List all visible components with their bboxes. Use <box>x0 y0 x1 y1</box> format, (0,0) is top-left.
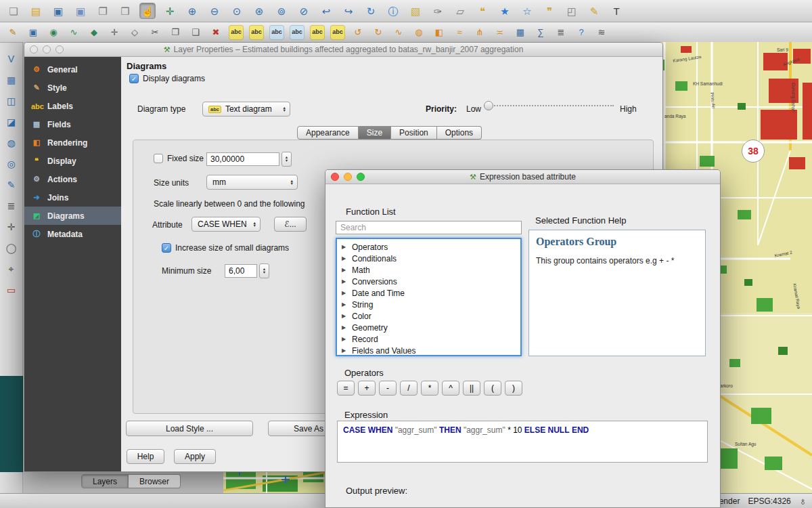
osm-layer-icon[interactable]: ◯ <box>3 240 20 256</box>
select-features-icon[interactable]: ▧ <box>407 3 424 19</box>
sidebar-item-labels[interactable]: abc Labels <box>24 97 121 115</box>
tab-layers[interactable]: Layers <box>81 474 129 488</box>
add-part-icon[interactable]: ◧ <box>432 25 447 40</box>
add-raster-layer-icon[interactable]: ▦ <box>3 72 20 88</box>
sidebar-item-joins[interactable]: ➔ Joins <box>24 188 121 207</box>
expression-titlebar[interactable]: ⚒ Expression based attribute <box>325 170 720 184</box>
label-abc-icon[interactable]: abc <box>229 25 244 40</box>
expand-arrow-icon[interactable]: ▶ <box>342 324 348 331</box>
function-group-item[interactable]: ▶ Date and Time <box>337 287 520 299</box>
sidebar-item-rendering[interactable]: ◧ Rendering <box>24 133 121 152</box>
save-project-as-icon[interactable]: ▣ <box>72 3 89 19</box>
simplify-feature-icon[interactable]: ∿ <box>391 25 406 40</box>
save-edits-icon[interactable]: ▣ <box>26 25 41 40</box>
expand-arrow-icon[interactable]: ▶ <box>342 301 348 308</box>
field-calculator-icon[interactable]: ∑ <box>533 25 548 40</box>
zoom-full-icon[interactable]: ⊛ <box>251 3 267 19</box>
zoom-button[interactable] <box>357 173 365 181</box>
operator-button[interactable]: || <box>463 381 480 396</box>
add-ring-icon[interactable]: ◍ <box>411 25 426 40</box>
fixed-size-field[interactable]: 30,00000 <box>206 152 279 166</box>
expression-editor[interactable]: CASE WHEN "aggr_sum" THEN "aggr_sum" * 1… <box>337 421 708 463</box>
open-project-icon[interactable]: ▤ <box>28 3 44 19</box>
minimize-button[interactable] <box>43 45 51 54</box>
label-abc-rotate-icon[interactable]: abc <box>290 25 304 40</box>
function-group-item[interactable]: ▶ Record <box>337 333 520 345</box>
function-group-item[interactable]: ▶ Geometry <box>337 322 520 333</box>
expression-builder-button[interactable]: ℰ... <box>274 217 307 232</box>
crs-status[interactable]: EPSG:4326 <box>748 496 790 506</box>
close-button[interactable] <box>30 45 38 54</box>
capture-line-icon[interactable]: ∿ <box>66 25 81 40</box>
increase-size-checkbox[interactable]: ✓ <box>162 243 171 253</box>
apply-button[interactable]: Apply <box>174 449 216 464</box>
ruler-icon[interactable]: ≣ <box>554 25 568 40</box>
function-group-item[interactable]: ▶ Math <box>337 264 520 276</box>
load-style-button[interactable]: Load Style ... <box>126 421 253 436</box>
new-annotation-icon[interactable]: ✎ <box>586 3 602 19</box>
add-wfs-layer-icon[interactable]: ◎ <box>3 156 20 172</box>
zoom-out-icon[interactable]: ⊖ <box>206 3 223 19</box>
new-bookmark-icon[interactable]: ★ <box>497 3 513 19</box>
move-feature-icon[interactable]: ✛ <box>107 25 122 40</box>
sidebar-item-diagrams[interactable]: ◩ Diagrams <box>24 207 121 225</box>
map-tips-icon[interactable]: ❝ <box>474 3 491 19</box>
expand-arrow-icon[interactable]: ▶ <box>342 313 348 319</box>
delete-selected-icon[interactable]: ✖ <box>208 25 223 40</box>
layer-properties-titlebar[interactable]: ⚒ Layer Properties – Estimated buildings… <box>24 43 662 57</box>
paste-features-icon[interactable]: ❑ <box>188 25 203 40</box>
identify-icon[interactable]: ⓘ <box>385 3 401 19</box>
function-group-item[interactable]: ▶ Conversions <box>337 276 520 287</box>
label-abc-move-icon[interactable]: abc <box>269 25 284 40</box>
overview-icon[interactable]: ◰ <box>564 3 580 19</box>
text-annotation-icon[interactable]: T <box>608 3 625 19</box>
zoom-to-selection-icon[interactable]: ⊚ <box>273 3 290 19</box>
expand-arrow-icon[interactable]: ▶ <box>342 347 348 354</box>
operator-button[interactable]: + <box>358 381 376 396</box>
add-postgis-layer-icon[interactable]: ◫ <box>3 93 20 109</box>
function-group-item[interactable]: ▶ Color <box>337 310 520 322</box>
measure-icon[interactable]: ✑ <box>430 3 446 19</box>
tab-size[interactable]: Size <box>359 126 391 140</box>
diagram-type-dropdown[interactable]: abc Text diagram ▲▼ <box>202 102 290 117</box>
function-group-item[interactable]: ▶ Conditionals <box>337 253 520 264</box>
function-list[interactable]: ▶ Operators ▶ Conditionals ▶ Math ▶ <box>336 238 522 356</box>
pan-to-selection-icon[interactable]: ✛ <box>162 3 178 19</box>
composer-manager-icon[interactable]: ❒ <box>117 3 133 19</box>
node-tool-icon[interactable]: ◇ <box>127 25 142 40</box>
label-abc-pin-icon[interactable]: abc <box>310 25 325 40</box>
expand-arrow-icon[interactable]: ▶ <box>342 267 348 273</box>
add-wms-layer-icon[interactable]: ◍ <box>3 135 20 151</box>
refresh-icon[interactable]: ↻ <box>363 3 379 19</box>
rotate-feature-icon[interactable]: ↻ <box>371 25 386 40</box>
expand-arrow-icon[interactable]: ▶ <box>342 290 348 296</box>
help-contents-icon[interactable]: ? <box>574 25 589 40</box>
crs-globe-icon[interactable]: ♁ <box>799 495 807 507</box>
expand-arrow-icon[interactable]: ▶ <box>342 255 348 261</box>
minimum-size-stepper[interactable]: ▲▼ <box>259 263 269 278</box>
new-composer-icon[interactable]: ❐ <box>95 3 111 19</box>
expand-arrow-icon[interactable]: ▶ <box>342 244 348 250</box>
operator-button[interactable]: - <box>379 381 397 396</box>
reshape-icon[interactable]: ≈ <box>452 25 467 40</box>
fixed-size-stepper[interactable]: ▲▼ <box>281 152 292 167</box>
show-bookmarks-icon[interactable]: ☆ <box>519 3 535 19</box>
zoom-next-icon[interactable]: ↪ <box>340 3 357 19</box>
annotation-icon[interactable]: ❞ <box>541 3 558 19</box>
zoom-last-icon[interactable]: ↩ <box>318 3 334 19</box>
label-abc-add-icon[interactable]: abc <box>249 25 264 40</box>
expand-arrow-icon[interactable]: ▶ <box>342 336 348 342</box>
tab-browser[interactable]: Browser <box>129 474 181 488</box>
copy-features-icon[interactable]: ❐ <box>168 25 183 40</box>
size-units-dropdown[interactable]: mm ▲▼ <box>206 175 298 190</box>
offset-point-icon[interactable]: ↺ <box>351 25 365 40</box>
add-vector-layer-icon[interactable]: V <box>3 51 20 67</box>
add-delimited-text-icon[interactable]: ≣ <box>3 198 20 214</box>
save-project-icon[interactable]: ▣ <box>50 3 66 19</box>
new-project-icon[interactable]: ❏ <box>5 3 22 19</box>
operator-button[interactable]: = <box>337 381 355 396</box>
operator-button[interactable]: / <box>400 381 418 396</box>
capture-point-icon[interactable]: ◉ <box>46 25 61 40</box>
zoom-native-icon[interactable]: ⊙ <box>229 3 245 19</box>
function-search-input[interactable] <box>336 221 522 234</box>
